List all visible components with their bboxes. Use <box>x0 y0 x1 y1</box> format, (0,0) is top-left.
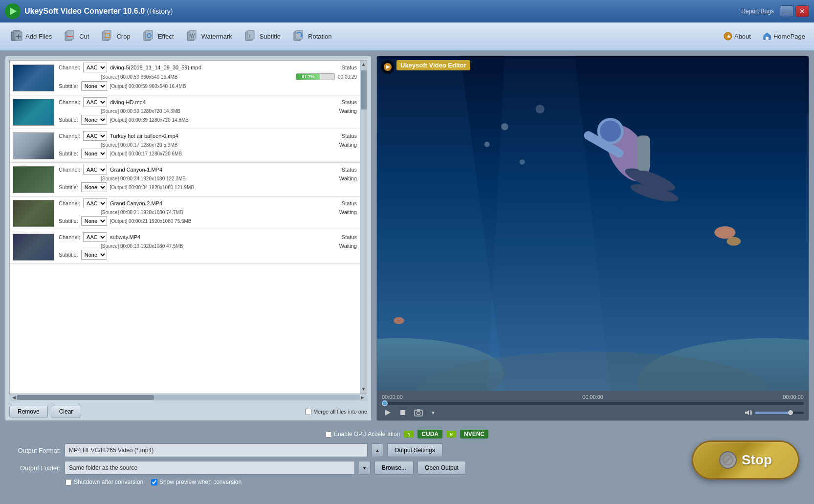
cuda-label: CUDA <box>421 431 439 438</box>
scroll-left-arrow[interactable]: ◀ <box>11 395 17 400</box>
file-panel: Channel: AAC diving-5(2018_11_14_09_30_5… <box>5 56 372 421</box>
preview-option[interactable]: Show preview when conversion <box>151 479 242 485</box>
subtitle-select[interactable]: None <box>81 182 107 192</box>
toolbar-cut[interactable]: Cut <box>59 27 94 45</box>
subtitle-select[interactable]: None <box>81 149 107 158</box>
file-info: Channel: AAC Grand Canyon-1.MP4 Status [… <box>59 165 357 192</box>
subtitle-select[interactable]: None <box>81 250 107 260</box>
toolbar-subtitle[interactable]: T Subtitle <box>239 27 286 45</box>
scroll-thumb[interactable] <box>361 70 367 110</box>
remove-button[interactable]: Remove <box>9 406 48 417</box>
volume-track[interactable] <box>755 412 804 414</box>
format-row: Output Format: ▲ Output Settings <box>7 443 807 457</box>
channel-select[interactable]: AAC <box>83 165 107 175</box>
folder-down-button[interactable]: ▼ <box>359 461 371 475</box>
subtitle-select[interactable]: None <box>81 115 107 125</box>
file-thumbnail <box>13 99 54 126</box>
time-bar: 00:00:00 00:00:00 00:00:00 <box>382 394 804 400</box>
list-item[interactable]: Channel: AAC Turkey hot air balloon-0.mp… <box>10 129 360 163</box>
homepage-icon <box>763 32 771 41</box>
list-item[interactable]: Channel: AAC Grand Canyon-1.MP4 Status [… <box>10 163 360 197</box>
file-name: Grand Canyon-1.MP4 <box>110 167 339 173</box>
folder-row: Output Folder: ▼ Browse... Open Output <box>7 461 807 475</box>
folder-input[interactable] <box>65 461 355 475</box>
volume-slider[interactable] <box>744 409 804 416</box>
toolbar-effect[interactable]: Effect <box>137 27 179 45</box>
gpu-checkbox-label[interactable]: Enable GPU Acceleration <box>326 431 400 438</box>
seek-handle[interactable] <box>382 400 388 406</box>
clear-button[interactable]: Clear <box>51 406 82 417</box>
stop-label: Stop <box>742 452 772 468</box>
svg-marker-50 <box>385 410 391 416</box>
horiz-scroll-track[interactable] <box>17 395 360 400</box>
svg-point-38 <box>600 121 621 142</box>
svg-text:★: ★ <box>726 34 731 39</box>
effect-label: Effect <box>158 33 174 40</box>
play-button[interactable] <box>382 408 394 417</box>
toolbar-rotation[interactable]: Rotation <box>287 27 336 45</box>
output-settings-button[interactable]: Output Settings <box>387 443 442 457</box>
stop-button[interactable]: Stop <box>692 440 799 480</box>
show-preview-checkbox[interactable] <box>151 479 157 485</box>
browse-button[interactable]: Browse... <box>374 461 414 475</box>
channel-select[interactable]: AAC <box>83 232 107 242</box>
list-item[interactable]: Channel: AAC subway.MP4 Status [Source] … <box>10 230 360 264</box>
options-row: Shutdown after conversion Show preview w… <box>66 479 807 485</box>
status-label: Status <box>342 200 357 206</box>
open-output-button[interactable]: Open Output <box>418 461 466 475</box>
minimize-button[interactable]: — <box>780 5 793 17</box>
horizontal-scrollbar[interactable]: ◀ ▶ <box>9 394 367 401</box>
vertical-scrollbar[interactable]: ▲ ▼ <box>360 61 367 394</box>
scroll-down-arrow[interactable]: ▼ <box>360 385 367 393</box>
scroll-right-arrow[interactable]: ▶ <box>360 395 365 400</box>
source-meta: [Source] 00:00:39 1280x720 14.3MB <box>101 109 180 114</box>
scroll-up-arrow[interactable]: ▲ <box>360 61 367 68</box>
about-button[interactable]: ★ About <box>720 30 755 43</box>
file-top-row: Channel: AAC Grand Canyon-2.MP4 Status <box>59 198 357 208</box>
format-input[interactable] <box>65 443 368 457</box>
file-info: Channel: AAC Grand Canyon-2.MP4 Status [… <box>59 198 357 226</box>
list-item[interactable]: Channel: AAC Grand Canyon-2.MP4 Status [… <box>10 197 360 230</box>
channel-select[interactable]: AAC <box>83 131 107 141</box>
homepage-button[interactable]: HomePage <box>759 30 809 43</box>
subtitle-select[interactable]: None <box>81 81 107 91</box>
stop-ctrl-button[interactable] <box>397 408 408 417</box>
horiz-scroll-thumb[interactable] <box>17 395 154 400</box>
file-name: diving-5(2018_11_14_09_30_59).mp4 <box>110 65 339 70</box>
source-meta: [Source] 00:00:21 1920x1080 74.7MB <box>101 210 183 215</box>
close-button[interactable]: ✕ <box>795 5 809 17</box>
volume-handle[interactable] <box>788 410 793 415</box>
format-up-button[interactable]: ▲ <box>372 443 383 457</box>
snapshot-button[interactable] <box>412 408 425 417</box>
gpu-checkbox[interactable] <box>326 431 332 438</box>
svg-rect-54 <box>417 409 420 411</box>
merge-checkbox[interactable] <box>305 409 311 415</box>
file-info: Channel: AAC subway.MP4 Status [Source] … <box>59 232 357 260</box>
merge-option: Merge all files into one <box>305 409 367 415</box>
seek-bar[interactable] <box>382 402 804 405</box>
file-info: Channel: AAC Turkey hot air balloon-0.mp… <box>59 131 357 158</box>
list-item[interactable]: Channel: AAC diving-HD.mp4 Status [Sourc… <box>10 95 360 129</box>
toolbar-crop[interactable]: Crop <box>96 27 135 45</box>
toolbar-watermark[interactable]: W Watermark <box>181 27 237 45</box>
main-area: Channel: AAC diving-5(2018_11_14_09_30_5… <box>0 51 814 426</box>
list-item[interactable]: Channel: AAC diving-5(2018_11_14_09_30_5… <box>10 61 360 95</box>
channel-select[interactable]: AAC <box>83 97 107 107</box>
toolbar-add-files[interactable]: Add Files <box>5 27 57 45</box>
report-bugs-link[interactable]: Report Bugs <box>741 8 774 15</box>
cut-label: Cut <box>79 33 89 40</box>
file-source-row: [Source] 00:00:39 1280x720 14.3MB Waitin… <box>59 108 357 114</box>
status-label: Status <box>342 99 357 105</box>
time-start: 00:00:00 <box>382 394 403 400</box>
subtitle-select[interactable]: None <box>81 216 107 226</box>
shutdown-option[interactable]: Shutdown after conversion <box>66 479 143 485</box>
subtitle-label: Subtitle: <box>59 151 78 156</box>
channel-select[interactable]: AAC <box>83 63 107 72</box>
add-files-icon <box>10 29 23 43</box>
channel-label: Channel: <box>59 65 80 70</box>
file-list[interactable]: Channel: AAC diving-5(2018_11_14_09_30_5… <box>10 61 360 394</box>
shutdown-checkbox[interactable] <box>66 479 72 485</box>
snapshot-down-arrow[interactable]: ▼ <box>429 409 438 416</box>
channel-select[interactable]: AAC <box>83 198 107 208</box>
output-meta: [Output] 00:00:39 1280x720 14.8MB <box>110 117 189 123</box>
